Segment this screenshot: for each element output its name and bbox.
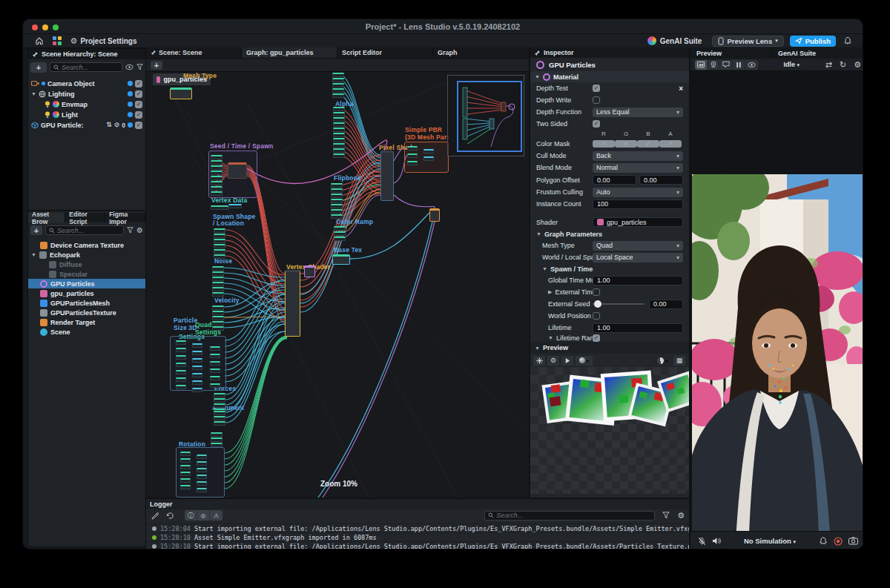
hierarchy-item-light[interactable]: Light ✓	[28, 110, 145, 119]
pause-icon[interactable]	[733, 60, 745, 70]
graph-node[interactable]	[211, 181, 222, 185]
graph-node[interactable]	[333, 107, 345, 111]
logger-search-input[interactable]	[496, 512, 651, 519]
graph-node[interactable]	[180, 458, 191, 463]
graph-node[interactable]	[212, 321, 224, 326]
microphone-muted-icon[interactable]	[698, 537, 706, 546]
graph-node[interactable]	[333, 128, 345, 132]
tab-scene[interactable]: Scene: Scene	[146, 47, 242, 58]
graph-node[interactable]	[407, 146, 418, 151]
graph-node[interactable]	[192, 351, 202, 355]
graph-node[interactable]	[214, 228, 225, 233]
graph-node[interactable]	[197, 475, 207, 479]
graph-node[interactable]	[331, 194, 343, 198]
instance-count-input[interactable]: 100	[593, 199, 683, 209]
logger-search[interactable]	[484, 511, 655, 521]
depth-write-checkbox[interactable]	[593, 96, 600, 104]
preview-section-header[interactable]: ▼Preview	[530, 342, 689, 354]
gear-icon[interactable]: ⚙	[136, 227, 143, 234]
graph-node[interactable]	[333, 153, 345, 158]
graph-node[interactable]	[212, 277, 224, 281]
mask-a-checkbox[interactable]: ✓	[659, 140, 682, 148]
graph-node[interactable]	[332, 93, 344, 98]
visibility-eye-icon[interactable]	[125, 64, 134, 70]
graph-node[interactable]	[210, 354, 220, 358]
simulation-dropdown[interactable]: No Simulation ▾	[727, 537, 813, 545]
polygon-offset-y-input[interactable]: 0.00	[639, 175, 683, 185]
graph-node[interactable]	[192, 373, 202, 377]
hierarchy-search-input[interactable]	[62, 64, 119, 71]
graph-node[interactable]	[211, 171, 222, 175]
graph-node[interactable]	[212, 292, 224, 297]
hierarchy-item-lighting[interactable]: ▼ Lighting ✓	[28, 89, 145, 99]
graph-node[interactable]	[423, 149, 434, 153]
graph-node[interactable]	[212, 287, 224, 291]
webcam-source-icon[interactable]	[708, 60, 720, 70]
graph-node[interactable]	[407, 153, 418, 158]
hierarchy-item-gpu-particle[interactable]: GPU Particle: ⇅ ⊘ 0 ✓	[28, 120, 145, 130]
reset-preview-icon[interactable]: ↻	[840, 61, 846, 69]
graph-node[interactable]	[212, 311, 224, 315]
asset-search[interactable]	[45, 225, 124, 235]
graph-node[interactable]	[212, 271, 224, 276]
enabled-checkbox[interactable]: ✓	[135, 90, 142, 98]
graph-node[interactable]	[331, 214, 343, 219]
logger-settings-gear-icon[interactable]: ⚙	[677, 512, 685, 520]
graph-node[interactable]	[212, 316, 224, 320]
graph-node[interactable]	[176, 370, 186, 374]
asset-item-echopark[interactable]: ▼ Echopark	[28, 250, 145, 260]
graph-node[interactable]	[214, 416, 225, 420]
graph-node[interactable]	[332, 88, 344, 93]
graph-canvas[interactable]: gpu_particles Mesh Type Seed / Time / Sp…	[146, 72, 529, 498]
tab-graph[interactable]: Graph	[433, 47, 529, 58]
graph-node[interactable]	[197, 468, 207, 472]
log-info-toggle[interactable]: ⓘ	[185, 510, 197, 521]
polygon-offset-x-input[interactable]: 0.00	[593, 175, 636, 185]
graph-node[interactable]	[211, 160, 222, 165]
graph-node[interactable]	[176, 377, 186, 382]
filter-icon[interactable]	[136, 64, 143, 70]
graph-node[interactable]	[429, 208, 440, 222]
clear-log-icon[interactable]	[151, 512, 159, 520]
graph-node[interactable]	[180, 465, 191, 469]
graph-node[interactable]	[180, 478, 191, 483]
graph-node[interactable]	[211, 191, 222, 196]
asset-item-gpu-particles-graph[interactable]: gpu_particles	[28, 288, 145, 298]
preview-lens-button[interactable]: Preview Lens ▾	[712, 36, 783, 47]
asset-item-scene[interactable]: Scene	[28, 327, 145, 337]
asset-item-gpu-particles[interactable]: GPU Particles	[28, 279, 145, 288]
tab-preview[interactable]: Preview	[690, 47, 772, 59]
tab-genai-suite[interactable]: GenAI Suite	[772, 47, 822, 59]
graph-node[interactable]	[332, 254, 350, 265]
graph-node[interactable]	[331, 188, 343, 193]
graph-node[interactable]	[214, 393, 225, 397]
graph-node[interactable]	[192, 343, 202, 348]
cull-mode-dropdown[interactable]: Back▾	[593, 151, 683, 161]
genai-suite-icon[interactable]	[647, 36, 656, 45]
graph-node[interactable]	[176, 348, 186, 352]
graph-node[interactable]	[214, 234, 225, 238]
external-seed-slider[interactable]	[593, 303, 645, 305]
graph-node[interactable]	[210, 346, 220, 351]
graph-node[interactable]	[192, 358, 202, 363]
graph-node[interactable]	[214, 403, 225, 408]
graph-node[interactable]	[211, 176, 222, 180]
preview-viewport[interactable]	[690, 71, 863, 549]
asset-item-specular[interactable]: Specular	[28, 269, 145, 279]
graph-minimap[interactable]	[447, 75, 524, 156]
graph-node[interactable]	[197, 455, 207, 459]
graph-node[interactable]	[210, 369, 220, 373]
mask-g-checkbox[interactable]: ✓	[615, 140, 637, 148]
panels-layout-icon[interactable]	[53, 36, 62, 45]
enabled-checkbox[interactable]: ✓	[135, 122, 142, 129]
log-row[interactable]: 15:28:10 Asset Simple Emitter.vfxgraph i…	[146, 532, 689, 541]
graph-node[interactable]	[214, 249, 225, 254]
graph-node[interactable]	[423, 156, 434, 161]
graph-node[interactable]	[211, 165, 222, 170]
layer-dot[interactable]	[128, 122, 133, 128]
graph-node[interactable]	[285, 270, 300, 337]
log-warning-toggle[interactable]: ⚠	[210, 510, 222, 521]
asset-item-diffuse[interactable]: Diffuse	[28, 260, 145, 269]
graph-node[interactable]	[192, 380, 202, 385]
tab-figma-import[interactable]: Figma Impor	[105, 213, 145, 222]
